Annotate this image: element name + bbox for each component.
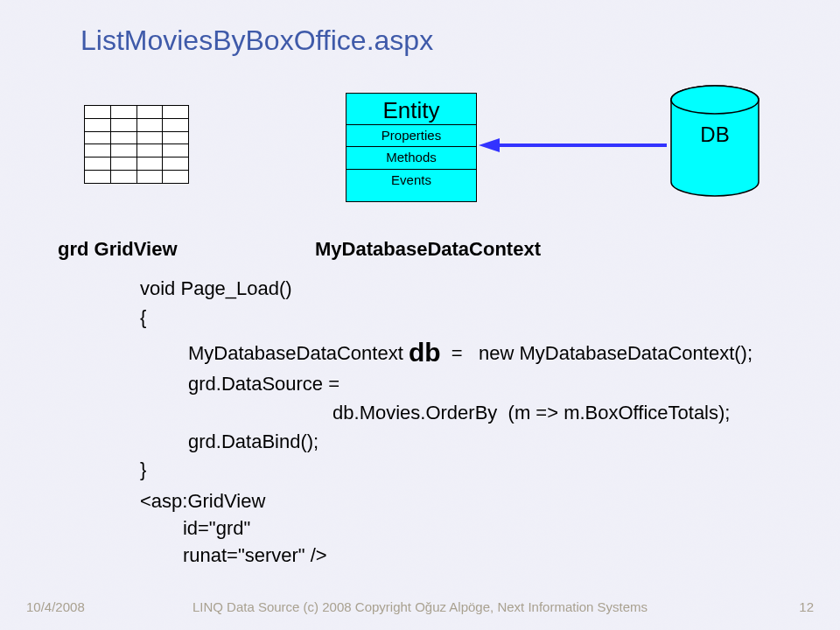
code-line: = new MyDatabaseDataContext(); [441,342,752,364]
svg-point-1 [671,86,759,114]
grd-gridview-label: grd GridView [58,238,178,261]
datacontext-label: MyDatabaseDataContext [315,238,541,261]
code-line: runat="server" /> [140,544,327,566]
page-title: ListMoviesByBoxOffice.aspx [80,24,433,57]
code-line: db.Movies.OrderBy (m => m.BoxOfficeTotal… [140,402,730,424]
footer-page: 12 [799,599,814,614]
database-cylinder-icon: DB [667,84,763,198]
entity-events: Events [346,169,476,191]
entity-title: Entity [346,94,476,124]
grid-icon [84,105,189,184]
code-db-keyword: db [409,338,441,367]
code-line: grd.DataBind(); [140,430,318,452]
database-label: DB [667,122,763,147]
code-line: void Page_Load() [140,277,292,299]
code-line: } [140,458,146,480]
code-line: MyDatabaseDataContext [140,342,409,364]
arrow-db-to-entity-icon [479,136,667,154]
entity-properties: Properties [346,124,476,146]
entity-methods: Methods [346,146,476,168]
svg-marker-3 [479,138,500,152]
code-line: <asp:GridView [140,490,265,512]
code-line: id="grd" [140,517,250,539]
code-line: grd.DataSource = [140,373,340,395]
gridview-markup-snippet: <asp:GridView id="grd" runat="server" /> [140,488,327,569]
code-line: { [140,306,146,328]
entity-box: Entity Properties Methods Events [346,93,477,202]
code-snippet: void Page_Load() { MyDatabaseDataContext… [140,275,752,485]
footer-copyright: LINQ Data Source (c) 2008 Copyright Oğuz… [0,599,840,614]
